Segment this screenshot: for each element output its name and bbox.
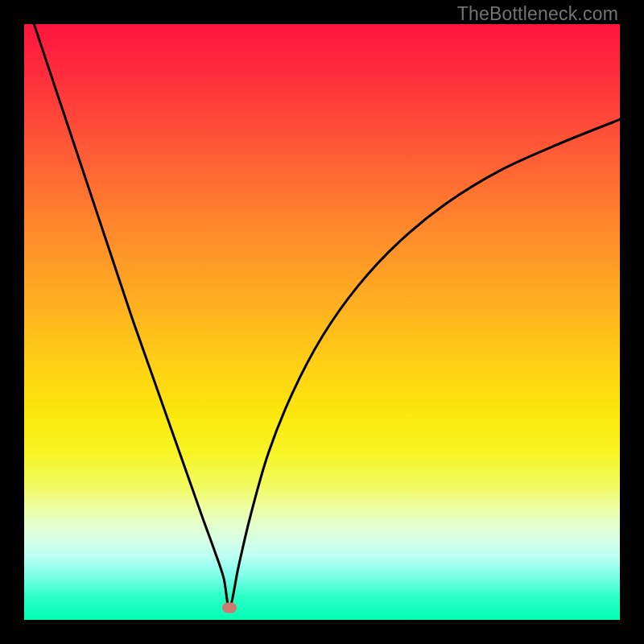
bottleneck-curve: [24, 0, 620, 608]
watermark-text: TheBottleneck.com: [457, 3, 618, 25]
optimum-marker: [222, 603, 237, 613]
plot-area: [24, 24, 620, 620]
chart-frame: TheBottleneck.com: [0, 0, 644, 644]
curve-svg: [24, 24, 620, 620]
